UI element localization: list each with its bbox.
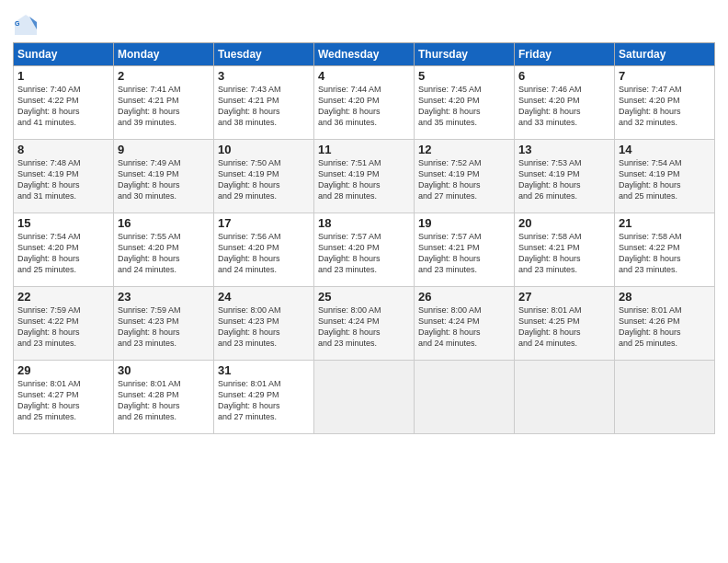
day-number: 24 xyxy=(218,290,310,304)
day-number: 8 xyxy=(17,143,109,156)
day-number: 2 xyxy=(118,69,210,83)
calendar-cell: 28Sunrise: 8:01 AM Sunset: 4:26 PM Dayli… xyxy=(615,287,715,361)
day-info: Sunrise: 7:50 AM Sunset: 4:19 PM Dayligh… xyxy=(218,157,310,202)
day-number: 19 xyxy=(418,216,510,230)
svg-text:G: G xyxy=(15,20,20,27)
calendar-cell: 12Sunrise: 7:52 AM Sunset: 4:19 PM Dayli… xyxy=(415,140,515,213)
day-number: 23 xyxy=(118,290,210,304)
calendar-week-2: 8Sunrise: 7:48 AM Sunset: 4:19 PM Daylig… xyxy=(14,140,715,213)
day-number: 7 xyxy=(619,69,711,83)
calendar-cell: 8Sunrise: 7:48 AM Sunset: 4:19 PM Daylig… xyxy=(14,140,114,213)
calendar-cell: 9Sunrise: 7:49 AM Sunset: 4:19 PM Daylig… xyxy=(114,140,214,213)
day-number: 10 xyxy=(218,143,310,156)
day-number: 3 xyxy=(218,69,310,83)
calendar-cell: 1Sunrise: 7:40 AM Sunset: 4:22 PM Daylig… xyxy=(14,66,114,140)
calendar-table: SundayMondayTuesdayWednesdayThursdayFrid… xyxy=(13,42,715,434)
day-number: 26 xyxy=(418,290,510,304)
day-info: Sunrise: 8:00 AM Sunset: 4:24 PM Dayligh… xyxy=(318,304,410,350)
calendar-cell: 27Sunrise: 8:01 AM Sunset: 4:25 PM Dayli… xyxy=(515,287,615,361)
day-number: 5 xyxy=(418,69,510,83)
day-info: Sunrise: 7:57 AM Sunset: 4:20 PM Dayligh… xyxy=(318,231,410,276)
day-info: Sunrise: 7:45 AM Sunset: 4:20 PM Dayligh… xyxy=(418,84,510,129)
calendar-cell: 14Sunrise: 7:54 AM Sunset: 4:19 PM Dayli… xyxy=(615,140,715,213)
calendar-cell: 31Sunrise: 8:01 AM Sunset: 4:29 PM Dayli… xyxy=(214,361,314,434)
calendar-cell: 2Sunrise: 7:41 AM Sunset: 4:21 PM Daylig… xyxy=(114,66,214,140)
day-info: Sunrise: 7:58 AM Sunset: 4:22 PM Dayligh… xyxy=(619,231,711,276)
calendar-cell: 21Sunrise: 7:58 AM Sunset: 4:22 PM Dayli… xyxy=(615,213,715,287)
calendar-cell: 26Sunrise: 8:00 AM Sunset: 4:24 PM Dayli… xyxy=(415,287,515,361)
day-info: Sunrise: 7:43 AM Sunset: 4:21 PM Dayligh… xyxy=(218,84,310,129)
day-number: 21 xyxy=(619,216,711,230)
header-cell-wednesday: Wednesday xyxy=(314,43,415,66)
day-number: 1 xyxy=(17,69,109,83)
day-info: Sunrise: 7:44 AM Sunset: 4:20 PM Dayligh… xyxy=(318,84,410,129)
calendar-cell: 7Sunrise: 7:47 AM Sunset: 4:20 PM Daylig… xyxy=(615,66,715,140)
calendar-cell xyxy=(415,361,515,434)
day-number: 12 xyxy=(418,143,510,156)
calendar-cell: 16Sunrise: 7:55 AM Sunset: 4:20 PM Dayli… xyxy=(114,213,214,287)
calendar-cell: 15Sunrise: 7:54 AM Sunset: 4:20 PM Dayli… xyxy=(14,213,114,287)
calendar-cell: 19Sunrise: 7:57 AM Sunset: 4:21 PM Dayli… xyxy=(415,213,515,287)
day-number: 6 xyxy=(518,69,610,83)
day-info: Sunrise: 7:40 AM Sunset: 4:22 PM Dayligh… xyxy=(17,84,109,129)
header-row: G xyxy=(13,9,715,39)
day-info: Sunrise: 7:57 AM Sunset: 4:21 PM Dayligh… xyxy=(418,231,510,276)
day-number: 17 xyxy=(218,216,310,230)
calendar-week-5: 29Sunrise: 8:01 AM Sunset: 4:27 PM Dayli… xyxy=(14,361,715,434)
day-number: 4 xyxy=(318,69,410,83)
day-number: 18 xyxy=(318,216,410,230)
day-info: Sunrise: 7:51 AM Sunset: 4:19 PM Dayligh… xyxy=(318,157,410,202)
day-number: 27 xyxy=(518,290,610,304)
day-info: Sunrise: 7:46 AM Sunset: 4:20 PM Dayligh… xyxy=(518,84,610,129)
day-number: 20 xyxy=(518,216,610,230)
header-cell-thursday: Thursday xyxy=(415,43,515,66)
day-number: 31 xyxy=(218,363,310,377)
day-number: 11 xyxy=(318,143,410,156)
header-cell-tuesday: Tuesday xyxy=(214,43,314,66)
calendar-cell: 10Sunrise: 7:50 AM Sunset: 4:19 PM Dayli… xyxy=(214,140,314,213)
calendar-cell: 3Sunrise: 7:43 AM Sunset: 4:21 PM Daylig… xyxy=(214,66,314,140)
day-info: Sunrise: 7:59 AM Sunset: 4:23 PM Dayligh… xyxy=(118,304,210,350)
calendar-cell: 18Sunrise: 7:57 AM Sunset: 4:20 PM Dayli… xyxy=(314,213,415,287)
day-number: 15 xyxy=(17,216,109,230)
day-info: Sunrise: 7:55 AM Sunset: 4:20 PM Dayligh… xyxy=(118,231,210,276)
calendar-week-4: 22Sunrise: 7:59 AM Sunset: 4:22 PM Dayli… xyxy=(14,287,715,361)
calendar-week-1: 1Sunrise: 7:40 AM Sunset: 4:22 PM Daylig… xyxy=(14,66,715,140)
calendar-cell: 17Sunrise: 7:56 AM Sunset: 4:20 PM Dayli… xyxy=(214,213,314,287)
day-info: Sunrise: 8:01 AM Sunset: 4:28 PM Dayligh… xyxy=(118,378,210,423)
day-info: Sunrise: 7:56 AM Sunset: 4:20 PM Dayligh… xyxy=(218,231,310,276)
day-number: 9 xyxy=(118,143,210,156)
day-info: Sunrise: 8:00 AM Sunset: 4:24 PM Dayligh… xyxy=(418,304,510,350)
calendar-cell: 5Sunrise: 7:45 AM Sunset: 4:20 PM Daylig… xyxy=(415,66,515,140)
day-info: Sunrise: 7:48 AM Sunset: 4:19 PM Dayligh… xyxy=(17,157,109,202)
day-number: 13 xyxy=(518,143,610,156)
calendar-cell: 11Sunrise: 7:51 AM Sunset: 4:19 PM Dayli… xyxy=(314,140,415,213)
calendar-cell xyxy=(615,361,715,434)
day-number: 28 xyxy=(619,290,711,304)
header-cell-saturday: Saturday xyxy=(615,43,715,66)
day-info: Sunrise: 7:47 AM Sunset: 4:20 PM Dayligh… xyxy=(619,84,711,129)
calendar-cell xyxy=(314,361,415,434)
day-info: Sunrise: 8:01 AM Sunset: 4:29 PM Dayligh… xyxy=(218,378,310,423)
day-info: Sunrise: 7:54 AM Sunset: 4:19 PM Dayligh… xyxy=(619,157,711,202)
calendar-cell: 13Sunrise: 7:53 AM Sunset: 4:19 PM Dayli… xyxy=(515,140,615,213)
page-container: G SundayMondayTuesdayWednesdayThursdayFr… xyxy=(0,0,728,442)
calendar-cell: 30Sunrise: 8:01 AM Sunset: 4:28 PM Dayli… xyxy=(114,361,214,434)
day-number: 14 xyxy=(619,143,711,156)
calendar-cell: 24Sunrise: 8:00 AM Sunset: 4:23 PM Dayli… xyxy=(214,287,314,361)
calendar-cell: 20Sunrise: 7:58 AM Sunset: 4:21 PM Dayli… xyxy=(515,213,615,287)
day-number: 29 xyxy=(17,363,109,377)
calendar-cell: 4Sunrise: 7:44 AM Sunset: 4:20 PM Daylig… xyxy=(314,66,415,140)
calendar-cell: 23Sunrise: 7:59 AM Sunset: 4:23 PM Dayli… xyxy=(114,287,214,361)
calendar-cell: 29Sunrise: 8:01 AM Sunset: 4:27 PM Dayli… xyxy=(14,361,114,434)
day-info: Sunrise: 7:58 AM Sunset: 4:21 PM Dayligh… xyxy=(518,231,610,276)
header-cell-friday: Friday xyxy=(515,43,615,66)
day-info: Sunrise: 8:01 AM Sunset: 4:27 PM Dayligh… xyxy=(17,378,109,423)
calendar-header: SundayMondayTuesdayWednesdayThursdayFrid… xyxy=(14,43,715,66)
day-info: Sunrise: 7:49 AM Sunset: 4:19 PM Dayligh… xyxy=(118,157,210,202)
day-info: Sunrise: 7:54 AM Sunset: 4:20 PM Dayligh… xyxy=(17,231,109,276)
day-number: 16 xyxy=(118,216,210,230)
day-info: Sunrise: 7:59 AM Sunset: 4:22 PM Dayligh… xyxy=(17,304,109,350)
day-info: Sunrise: 8:00 AM Sunset: 4:23 PM Dayligh… xyxy=(218,304,310,350)
logo: G xyxy=(13,13,41,39)
